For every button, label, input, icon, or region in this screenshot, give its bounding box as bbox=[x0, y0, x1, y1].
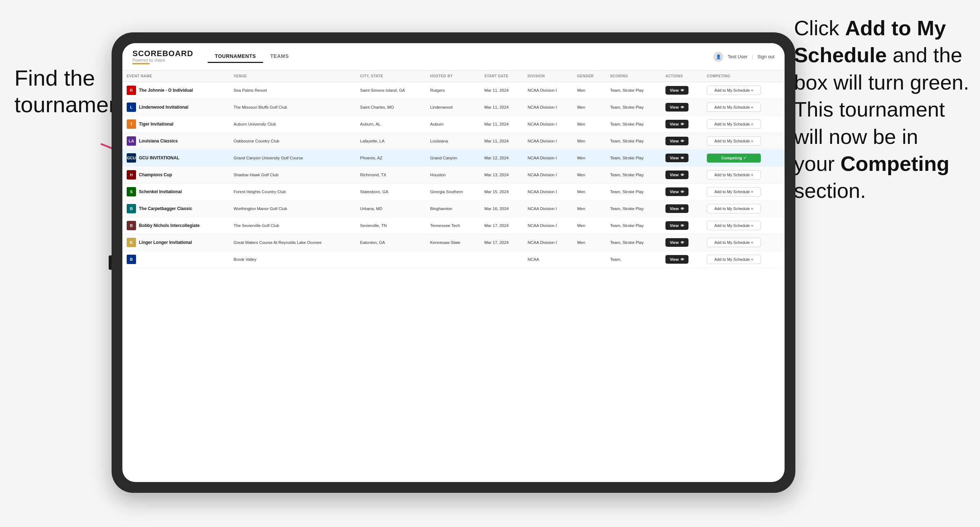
hosted-by-cell: Grand Canyon bbox=[426, 150, 480, 167]
gender-cell: Men bbox=[573, 167, 606, 183]
add-to-schedule-button[interactable]: Add to My Schedule + bbox=[707, 137, 761, 146]
event-name-text: GCU INVITATIONAL bbox=[139, 156, 179, 160]
scoring-cell: Team, Stroke Play bbox=[606, 116, 661, 133]
event-name-cell: S Schenkel Invitational bbox=[123, 183, 229, 200]
event-name-text: Schenkel Invitational bbox=[139, 189, 182, 194]
view-button[interactable]: View 👁 bbox=[665, 170, 689, 179]
eye-icon: 👁 bbox=[681, 241, 684, 244]
eye-icon: 👁 bbox=[681, 207, 684, 211]
team-logo: LA bbox=[127, 137, 136, 146]
table-row: R The Johnnie - O Individual Sea Palms R… bbox=[123, 82, 784, 99]
add-to-schedule-button[interactable]: Add to My Schedule + bbox=[707, 255, 761, 264]
scoring-cell: Team, Stroke Play bbox=[606, 167, 661, 183]
col-gender: GENDER bbox=[573, 70, 606, 82]
team-logo: H bbox=[127, 170, 136, 179]
event-name-cell: K Linger Longer Invitational bbox=[123, 234, 229, 251]
event-name-text: Lindenwood Invitational bbox=[139, 105, 188, 110]
col-venue: VENUE bbox=[229, 70, 356, 82]
tab-teams[interactable]: TEAMS bbox=[263, 50, 296, 63]
add-to-schedule-button[interactable]: Add to My Schedule + bbox=[707, 187, 761, 197]
city-state-cell: Eatonton, GA bbox=[356, 234, 426, 251]
col-event-name: EVENT NAME bbox=[123, 70, 229, 82]
add-to-schedule-button[interactable]: Add to My Schedule + bbox=[707, 170, 761, 179]
event-name-cell: B Bobby Nichols Intercollegiate bbox=[123, 217, 229, 234]
eye-icon: 👁 bbox=[681, 173, 684, 177]
competing-button[interactable]: Competing ✓ bbox=[707, 154, 761, 163]
division-cell: NCAA Division I bbox=[523, 150, 573, 167]
logo-area: SCOREBOARD Powered by clippd bbox=[132, 49, 193, 64]
division-cell: NCAA bbox=[523, 251, 573, 268]
event-name-text: Louisiana Classics bbox=[139, 138, 178, 143]
start-date-cell: Mar 12, 2024 bbox=[480, 150, 523, 167]
actions-cell: View 👁 bbox=[661, 251, 703, 268]
start-date-cell: Mar 13, 2024 bbox=[480, 167, 523, 183]
city-state-cell: Urbana, MD bbox=[356, 200, 426, 217]
view-button[interactable]: View 👁 bbox=[665, 137, 689, 145]
division-cell: NCAA Division I bbox=[523, 200, 573, 217]
view-button[interactable]: View 👁 bbox=[665, 103, 689, 111]
gender-cell: Men bbox=[573, 133, 606, 150]
gender-cell: Men bbox=[573, 200, 606, 217]
col-competing: COMPETING bbox=[703, 70, 784, 82]
start-date-cell: Mar 17, 2024 bbox=[480, 217, 523, 234]
actions-cell: View 👁 bbox=[661, 183, 703, 200]
gender-cell: Men bbox=[573, 99, 606, 116]
division-cell: NCAA Division I bbox=[523, 217, 573, 234]
col-hosted-by: HOSTED BY bbox=[426, 70, 480, 82]
tab-tournaments[interactable]: TOURNAMENTS bbox=[208, 50, 263, 63]
eye-icon: 👁 bbox=[681, 89, 684, 92]
view-button[interactable]: View 👁 bbox=[665, 221, 689, 230]
view-button[interactable]: View 👁 bbox=[665, 204, 689, 213]
view-button[interactable]: View 👁 bbox=[665, 120, 689, 129]
view-button[interactable]: View 👁 bbox=[665, 238, 689, 247]
col-division: DIVISION bbox=[523, 70, 573, 82]
venue-cell: Oakbourne Country Club bbox=[229, 133, 356, 150]
gender-cell: Men bbox=[573, 217, 606, 234]
actions-cell: View 👁 bbox=[661, 133, 703, 150]
actions-cell: View 👁 bbox=[661, 217, 703, 234]
add-to-schedule-button[interactable]: Add to My Schedule + bbox=[707, 204, 761, 213]
division-cell: NCAA Division I bbox=[523, 82, 573, 99]
view-button[interactable]: View 👁 bbox=[665, 86, 689, 95]
event-name-text: Tiger Invitational bbox=[139, 122, 173, 127]
scoring-cell: Team, bbox=[606, 251, 661, 268]
eye-icon: 👁 bbox=[681, 224, 684, 228]
add-to-schedule-button[interactable]: Add to My Schedule + bbox=[707, 119, 761, 129]
division-cell: NCAA Division I bbox=[523, 99, 573, 116]
gender-cell: Men bbox=[573, 183, 606, 200]
table-row: L Lindenwood Invitational The Missouri B… bbox=[123, 99, 784, 116]
logo-sub: Powered by clippd bbox=[132, 58, 193, 62]
add-to-schedule-button[interactable]: Add to My Schedule + bbox=[707, 86, 761, 95]
logo-text: SCOREBOARD bbox=[132, 49, 193, 58]
sign-out-link[interactable]: Sign out bbox=[757, 54, 775, 59]
table-container: EVENT NAME VENUE CITY, STATE HOSTED BY S… bbox=[123, 70, 784, 482]
start-date-cell: Mar 16, 2024 bbox=[480, 200, 523, 217]
add-to-schedule-button[interactable]: Add to My Schedule + bbox=[707, 103, 761, 112]
city-state-cell: Saint Simons Island, GA bbox=[356, 82, 426, 99]
hosted-by-cell: Louisiana bbox=[426, 133, 480, 150]
division-cell: NCAA Division I bbox=[523, 183, 573, 200]
event-name-text: Bobby Nichols Intercollegiate bbox=[139, 223, 200, 228]
competing-cell: Add to My Schedule + bbox=[703, 82, 784, 99]
table-row: K Linger Longer Invitational Great Water… bbox=[123, 234, 784, 251]
competing-cell: Add to My Schedule + bbox=[703, 99, 784, 116]
view-button[interactable]: View 👁 bbox=[665, 187, 689, 196]
add-to-schedule-button[interactable]: Add to My Schedule + bbox=[707, 221, 761, 230]
actions-cell: View 👁 bbox=[661, 82, 703, 99]
city-state-cell: Lafayette, LA bbox=[356, 133, 426, 150]
scoring-cell: Team, Stroke Play bbox=[606, 200, 661, 217]
city-state-cell: Saint Charles, MO bbox=[356, 99, 426, 116]
add-to-schedule-button[interactable]: Add to My Schedule + bbox=[707, 238, 761, 247]
team-logo: B bbox=[127, 221, 136, 230]
tablet-screen: SCOREBOARD Powered by clippd TOURNAMENTS… bbox=[123, 43, 784, 482]
start-date-cell: Mar 11, 2024 bbox=[480, 82, 523, 99]
view-button[interactable]: View 👁 bbox=[665, 154, 689, 162]
competing-cell: Competing ✓ bbox=[703, 150, 784, 167]
side-button bbox=[109, 256, 111, 270]
view-button[interactable]: View 👁 bbox=[665, 255, 689, 264]
start-date-cell bbox=[480, 251, 523, 268]
col-start-date: START DATE bbox=[480, 70, 523, 82]
event-name-cell: R The Johnnie - O Individual bbox=[123, 82, 229, 99]
col-actions: ACTIONS bbox=[661, 70, 703, 82]
user-name: Test User bbox=[728, 54, 748, 59]
